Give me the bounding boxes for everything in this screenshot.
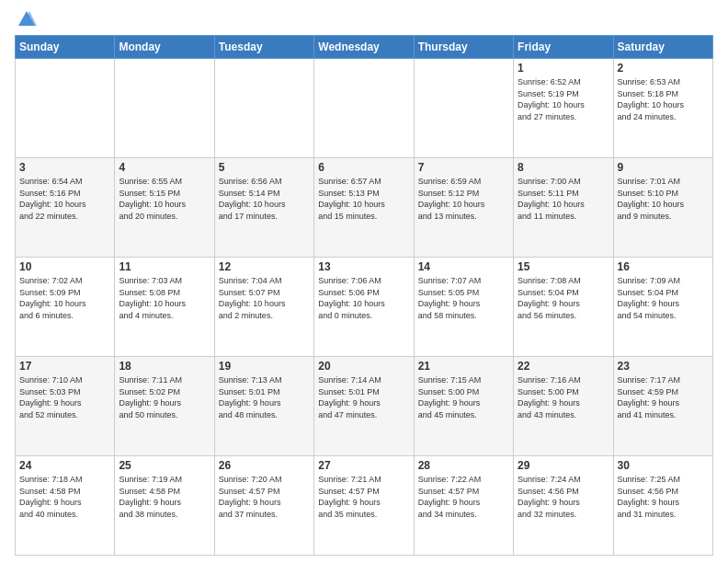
- day-info: Sunrise: 7:10 AM Sunset: 5:03 PM Dayligh…: [19, 374, 110, 420]
- day-number: 14: [418, 260, 509, 273]
- calendar-cell: [115, 59, 214, 158]
- week-row-2: 3Sunrise: 6:54 AM Sunset: 5:16 PM Daylig…: [16, 158, 713, 258]
- day-number: 1: [518, 62, 609, 75]
- calendar-cell: 23Sunrise: 7:17 AM Sunset: 4:59 PM Dayli…: [613, 357, 712, 456]
- calendar-cell: 16Sunrise: 7:09 AM Sunset: 5:04 PM Dayli…: [613, 258, 712, 357]
- weekday-header-wednesday: Wednesday: [314, 36, 414, 59]
- day-info: Sunrise: 7:19 AM Sunset: 4:58 PM Dayligh…: [119, 474, 210, 520]
- calendar-cell: 19Sunrise: 7:13 AM Sunset: 5:01 PM Dayli…: [214, 357, 313, 456]
- day-number: 29: [518, 459, 609, 472]
- day-info: Sunrise: 6:55 AM Sunset: 5:15 PM Dayligh…: [119, 176, 210, 222]
- calendar-cell: 13Sunrise: 7:06 AM Sunset: 5:06 PM Dayli…: [314, 258, 414, 357]
- day-info: Sunrise: 6:52 AM Sunset: 5:19 PM Dayligh…: [518, 76, 609, 122]
- calendar-cell: 30Sunrise: 7:25 AM Sunset: 4:56 PM Dayli…: [613, 456, 712, 556]
- calendar-cell: 2Sunrise: 6:53 AM Sunset: 5:18 PM Daylig…: [613, 59, 712, 158]
- calendar-cell: 6Sunrise: 6:57 AM Sunset: 5:13 PM Daylig…: [314, 158, 414, 258]
- day-info: Sunrise: 7:04 AM Sunset: 5:07 PM Dayligh…: [219, 275, 310, 321]
- calendar-cell: 4Sunrise: 6:55 AM Sunset: 5:15 PM Daylig…: [115, 158, 214, 258]
- weekday-header-tuesday: Tuesday: [214, 36, 313, 59]
- calendar-cell: 28Sunrise: 7:22 AM Sunset: 4:57 PM Dayli…: [414, 456, 513, 556]
- weekday-header-saturday: Saturday: [613, 36, 712, 59]
- day-number: 28: [418, 459, 509, 472]
- day-info: Sunrise: 7:20 AM Sunset: 4:57 PM Dayligh…: [219, 474, 310, 520]
- calendar-cell: 26Sunrise: 7:20 AM Sunset: 4:57 PM Dayli…: [214, 456, 313, 556]
- calendar-cell: 15Sunrise: 7:08 AM Sunset: 5:04 PM Dayli…: [514, 258, 613, 357]
- calendar-cell: 24Sunrise: 7:18 AM Sunset: 4:58 PM Dayli…: [16, 456, 115, 556]
- calendar-cell: 8Sunrise: 7:00 AM Sunset: 5:11 PM Daylig…: [514, 158, 613, 258]
- day-number: 2: [618, 62, 709, 75]
- day-info: Sunrise: 7:18 AM Sunset: 4:58 PM Dayligh…: [19, 474, 110, 520]
- calendar-cell: 11Sunrise: 7:03 AM Sunset: 5:08 PM Dayli…: [115, 258, 214, 357]
- day-number: 23: [618, 360, 709, 373]
- calendar-cell: 10Sunrise: 7:02 AM Sunset: 5:09 PM Dayli…: [16, 258, 115, 357]
- week-row-4: 17Sunrise: 7:10 AM Sunset: 5:03 PM Dayli…: [16, 357, 713, 456]
- day-number: 30: [618, 459, 709, 472]
- calendar-cell: 9Sunrise: 7:01 AM Sunset: 5:10 PM Daylig…: [613, 158, 712, 258]
- week-row-5: 24Sunrise: 7:18 AM Sunset: 4:58 PM Dayli…: [16, 456, 713, 556]
- day-info: Sunrise: 7:03 AM Sunset: 5:08 PM Dayligh…: [119, 275, 210, 321]
- day-number: 11: [119, 260, 210, 273]
- day-number: 21: [418, 360, 509, 373]
- weekday-header-monday: Monday: [115, 36, 214, 59]
- day-info: Sunrise: 6:54 AM Sunset: 5:16 PM Dayligh…: [19, 176, 110, 222]
- day-number: 19: [219, 360, 310, 373]
- day-number: 9: [618, 161, 709, 174]
- day-info: Sunrise: 7:24 AM Sunset: 4:56 PM Dayligh…: [518, 474, 609, 520]
- weekday-header-friday: Friday: [514, 36, 613, 59]
- day-number: 27: [318, 459, 409, 472]
- calendar-cell: 27Sunrise: 7:21 AM Sunset: 4:57 PM Dayli…: [314, 456, 414, 556]
- calendar-cell: [414, 59, 513, 158]
- day-info: Sunrise: 7:09 AM Sunset: 5:04 PM Dayligh…: [618, 275, 709, 321]
- calendar-cell: 25Sunrise: 7:19 AM Sunset: 4:58 PM Dayli…: [115, 456, 214, 556]
- day-info: Sunrise: 7:11 AM Sunset: 5:02 PM Dayligh…: [119, 374, 210, 420]
- calendar-cell: 1Sunrise: 6:52 AM Sunset: 5:19 PM Daylig…: [514, 59, 613, 158]
- day-number: 7: [418, 161, 509, 174]
- day-number: 20: [318, 360, 409, 373]
- day-number: 26: [219, 459, 310, 472]
- day-info: Sunrise: 7:13 AM Sunset: 5:01 PM Dayligh…: [219, 374, 310, 420]
- day-number: 10: [19, 260, 110, 273]
- calendar-cell: [314, 59, 414, 158]
- calendar-cell: 5Sunrise: 6:56 AM Sunset: 5:14 PM Daylig…: [214, 158, 313, 258]
- day-info: Sunrise: 6:56 AM Sunset: 5:14 PM Dayligh…: [219, 176, 310, 222]
- day-number: 5: [219, 161, 310, 174]
- calendar-cell: 20Sunrise: 7:14 AM Sunset: 5:01 PM Dayli…: [314, 357, 414, 456]
- calendar-cell: [214, 59, 313, 158]
- weekday-header-row: SundayMondayTuesdayWednesdayThursdayFrid…: [16, 36, 713, 59]
- weekday-header-sunday: Sunday: [16, 36, 115, 59]
- day-info: Sunrise: 7:06 AM Sunset: 5:06 PM Dayligh…: [318, 275, 409, 321]
- calendar: SundayMondayTuesdayWednesdayThursdayFrid…: [15, 35, 713, 556]
- day-number: 12: [219, 260, 310, 273]
- calendar-cell: 3Sunrise: 6:54 AM Sunset: 5:16 PM Daylig…: [16, 158, 115, 258]
- day-number: 6: [318, 161, 409, 174]
- day-info: Sunrise: 7:16 AM Sunset: 5:00 PM Dayligh…: [518, 374, 609, 420]
- day-number: 24: [19, 459, 110, 472]
- week-row-3: 10Sunrise: 7:02 AM Sunset: 5:09 PM Dayli…: [16, 258, 713, 357]
- day-number: 15: [518, 260, 609, 273]
- day-number: 3: [19, 161, 110, 174]
- calendar-cell: 29Sunrise: 7:24 AM Sunset: 4:56 PM Dayli…: [514, 456, 613, 556]
- logo-icon: [17, 9, 37, 29]
- calendar-cell: [16, 59, 115, 158]
- day-number: 25: [119, 459, 210, 472]
- day-number: 17: [19, 360, 110, 373]
- day-info: Sunrise: 6:59 AM Sunset: 5:12 PM Dayligh…: [418, 176, 509, 222]
- day-info: Sunrise: 7:02 AM Sunset: 5:09 PM Dayligh…: [19, 275, 110, 321]
- week-row-1: 1Sunrise: 6:52 AM Sunset: 5:19 PM Daylig…: [16, 59, 713, 158]
- calendar-cell: 18Sunrise: 7:11 AM Sunset: 5:02 PM Dayli…: [115, 357, 214, 456]
- calendar-cell: 12Sunrise: 7:04 AM Sunset: 5:07 PM Dayli…: [214, 258, 313, 357]
- weekday-header-thursday: Thursday: [414, 36, 513, 59]
- day-number: 8: [518, 161, 609, 174]
- calendar-cell: 22Sunrise: 7:16 AM Sunset: 5:00 PM Dayli…: [514, 357, 613, 456]
- day-info: Sunrise: 7:01 AM Sunset: 5:10 PM Dayligh…: [618, 176, 709, 222]
- header: [15, 11, 713, 28]
- day-number: 13: [318, 260, 409, 273]
- day-number: 22: [518, 360, 609, 373]
- calendar-cell: 21Sunrise: 7:15 AM Sunset: 5:00 PM Dayli…: [414, 357, 513, 456]
- day-info: Sunrise: 7:21 AM Sunset: 4:57 PM Dayligh…: [318, 474, 409, 520]
- day-info: Sunrise: 7:08 AM Sunset: 5:04 PM Dayligh…: [518, 275, 609, 321]
- day-info: Sunrise: 6:53 AM Sunset: 5:18 PM Dayligh…: [618, 76, 709, 122]
- calendar-cell: 14Sunrise: 7:07 AM Sunset: 5:05 PM Dayli…: [414, 258, 513, 357]
- day-info: Sunrise: 7:25 AM Sunset: 4:56 PM Dayligh…: [618, 474, 709, 520]
- day-info: Sunrise: 7:15 AM Sunset: 5:00 PM Dayligh…: [418, 374, 509, 420]
